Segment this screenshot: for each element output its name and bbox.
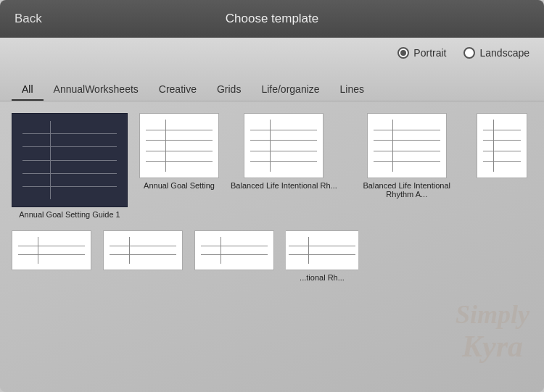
template-card-9[interactable]: ...tional Rh... <box>286 230 358 282</box>
grid-lines-5 <box>477 114 527 178</box>
template-label-1: Annual Goal Setting Guide 1 <box>19 210 120 219</box>
tab-annual[interactable]: AnnualWorksheets <box>44 78 149 101</box>
grid-lines-4 <box>368 114 446 178</box>
template-thumb-6 <box>12 230 91 270</box>
template-row-1: Annual Goal Setting Guide 1 Annual Goal … <box>12 113 532 219</box>
template-card-6[interactable] <box>12 230 91 270</box>
landscape-option[interactable]: Landscape <box>463 47 529 59</box>
tab-life[interactable]: Life/organize <box>251 78 329 101</box>
grid-lines-9 <box>286 231 358 270</box>
grid-lines-8 <box>195 231 273 270</box>
template-card-2[interactable]: Annual Goal Setting <box>139 113 219 190</box>
template-card-3[interactable]: Balanced Life Intentional Rh... <box>231 113 337 190</box>
template-thumb-1 <box>12 113 128 207</box>
grid-lines-7 <box>104 231 182 270</box>
screen: Back Choose template Portrait Landscape … <box>0 0 544 392</box>
template-thumb-2 <box>139 113 219 178</box>
tab-all[interactable]: All <box>12 78 44 101</box>
template-row-2: ...tional Rh... <box>12 230 532 282</box>
template-card-5[interactable] <box>477 113 527 178</box>
grid-lines-1 <box>12 114 127 207</box>
page-title: Choose template <box>226 12 319 26</box>
template-thumb-4 <box>367 113 447 178</box>
template-thumb-8 <box>194 230 274 270</box>
template-card-8[interactable] <box>194 230 274 270</box>
template-card-1[interactable]: Annual Goal Setting Guide 1 <box>12 113 128 219</box>
template-thumb-5 <box>477 113 527 178</box>
tab-grids[interactable]: Grids <box>207 78 251 101</box>
landscape-label: Landscape <box>479 47 529 59</box>
back-button[interactable]: Back <box>15 12 42 26</box>
template-thumb-9 <box>286 230 358 270</box>
tabs-bar: All AnnualWorksheets Creative Grids Life… <box>0 68 544 101</box>
template-label-4: Balanced Life Intentional Rhythm A... <box>349 181 465 199</box>
grid-lines-3 <box>244 114 323 178</box>
template-thumb-7 <box>103 230 183 270</box>
landscape-radio[interactable] <box>463 47 475 59</box>
template-grid: Annual Goal Setting Guide 1 Annual Goal … <box>0 101 544 392</box>
tab-creative[interactable]: Creative <box>149 78 207 101</box>
grid-lines-2 <box>140 114 218 178</box>
portrait-label: Portrait <box>413 47 446 59</box>
template-thumb-3 <box>244 113 323 178</box>
portrait-option[interactable]: Portrait <box>397 47 446 59</box>
grid-lines-6 <box>12 231 91 270</box>
orientation-bar: Portrait Landscape <box>0 38 544 68</box>
header-bar: Back Choose template <box>0 0 544 38</box>
tab-lines[interactable]: Lines <box>330 78 374 101</box>
template-label-2: Annual Goal Setting <box>144 181 215 190</box>
template-card-4[interactable]: Balanced Life Intentional Rhythm A... <box>349 113 465 199</box>
portrait-radio[interactable] <box>397 47 409 59</box>
template-label-9: ...tional Rh... <box>300 273 345 282</box>
template-label-3: Balanced Life Intentional Rh... <box>231 181 337 190</box>
template-card-7[interactable] <box>103 230 183 270</box>
